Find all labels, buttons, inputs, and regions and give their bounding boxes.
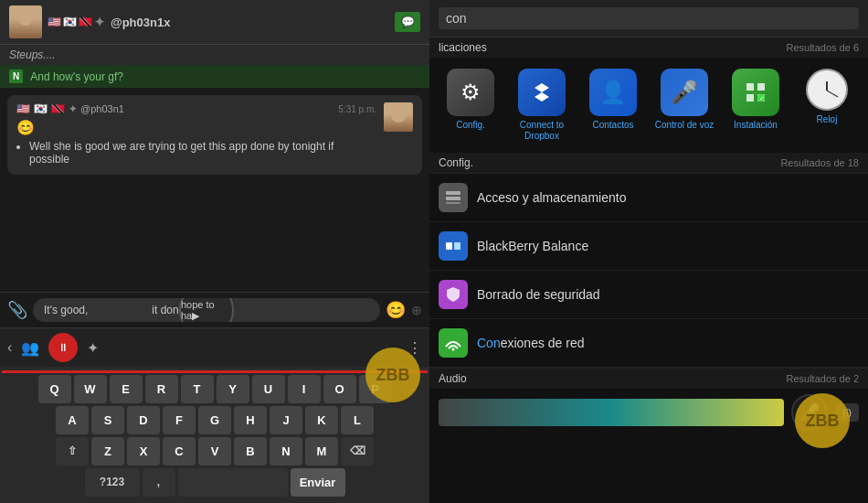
notif-text: And how's your gf? [30,70,123,83]
key-a[interactable]: A [56,406,89,434]
cursor-text: hope to ha▶ [181,299,232,322]
avatar [9,5,42,38]
input-text-before: It's good, [44,304,88,316]
key-send[interactable]: Enviar [291,468,345,497]
keyboard-row-3: ⇧ Z X C V B N M ⌫ [2,437,428,466]
app-item-voice[interactable]: 🎤 Control de voz [652,69,716,142]
back-button[interactable]: ‹ [7,339,12,356]
app-label-config: Config. [456,120,485,131]
app-item-install[interactable]: ✓ Instalación [724,69,788,142]
key-v[interactable]: V [198,437,231,466]
key-c[interactable]: C [163,437,196,466]
svg-rect-11 [454,242,460,250]
key-f[interactable]: F [163,406,196,434]
bb-logo-button[interactable]: ✦ [87,339,99,357]
search-input[interactable] [439,7,859,29]
record-button[interactable]: ⏸ [48,333,78,362]
config-label-network: Conexiones de red [477,336,585,350]
app-label-install: Instalación [734,120,778,131]
key-b[interactable]: B [234,437,267,466]
input-row: 📎 It's good, hope to ha▶ it done today 😊… [0,292,429,327]
key-space[interactable] [178,468,288,497]
config-item-security[interactable]: Borrado de seguridad [429,271,868,319]
key-l[interactable]: L [341,406,374,434]
key-backspace[interactable]: ⌫ [341,437,374,466]
flag-kr: 🇰🇷 [63,16,77,28]
key-o[interactable]: O [323,375,356,403]
contacts-button[interactable]: 👥 [21,339,39,357]
key-g[interactable]: G [198,406,231,434]
zbb-watermark-right: ZBB [795,393,850,448]
apps-section-count: Resultados de 6 [787,42,860,53]
keyboard: Q W E R T Y U I O P A S D F G [0,367,429,503]
app-item-dropbox[interactable]: Connect to Dropbox [510,69,574,142]
audio-section-header: Audio Resultados de 2 [429,368,868,389]
notif-icon: N [9,70,23,83]
app-item-config[interactable]: ⚙ Config. [439,69,503,142]
msg-name: @ph03n1 [80,103,124,114]
key-numbers[interactable]: ?123 [85,468,140,497]
flag-tt: 🇹🇹 [79,16,92,28]
status-line: Steups.... [0,45,429,65]
app-label-voice: Control de voz [655,120,714,131]
key-t[interactable]: T [181,375,214,403]
key-q[interactable]: Q [38,375,71,403]
keyboard-row-4: ?123 , Enviar [2,468,428,497]
chat-icon-button[interactable]: 💬 [395,12,420,32]
config-item-storage[interactable]: Acceso y almacenamiento [429,174,868,222]
network-highlight: Con [477,336,501,350]
key-w[interactable]: W [74,375,107,403]
app-icon-dropbox [518,69,566,116]
app-item-contacts[interactable]: 👤 Contactos [581,69,645,142]
chat-icon: 💬 [401,16,415,28]
keyboard-row-2: A S D F G H J K L [2,406,428,434]
attach-button[interactable]: 📎 [7,300,27,320]
key-n[interactable]: N [270,437,302,466]
app-label-contacts: Contactos [592,120,633,131]
msg-time: 5:31 p.m. [338,104,376,114]
key-comma[interactable]: , [143,468,175,497]
msg-flag-tt: 🇹🇹 [51,102,65,115]
key-j[interactable]: J [270,406,302,434]
zbb-watermark-left: ZBB [365,348,420,402]
key-s[interactable]: S [91,406,124,434]
key-x[interactable]: X [127,437,160,466]
svg-marker-0 [535,83,549,102]
apps-grid: ⚙ Config. Connect to Dropbox 👤 Contactos… [429,58,868,153]
svg-rect-2 [757,83,765,91]
svg-rect-1 [746,83,754,91]
config-item-network[interactable]: Conexiones de red [429,319,868,368]
app-icon-config: ⚙ [447,69,494,116]
key-z[interactable]: Z [91,437,124,466]
app-icon-install: ✓ [732,69,779,116]
msg-avatar [384,102,413,132]
key-y[interactable]: Y [217,375,249,403]
svg-rect-9 [446,202,460,204]
add-emoji-icon[interactable]: ⊕ [411,303,422,317]
app-item-clock[interactable]: Reloj [795,69,859,142]
msg-bullet-list: Well she is good we are trying to get th… [16,140,376,166]
key-d[interactable]: D [127,406,160,434]
record-icon: ⏸ [58,341,69,354]
search-header [429,0,868,37]
app-icon-clock [806,69,848,111]
key-shift[interactable]: ⇧ [56,437,89,466]
key-m[interactable]: M [305,437,338,466]
flags-row: 🇺🇸 🇰🇷 🇹🇹 ✦ [48,15,105,29]
message-input[interactable]: It's good, hope to ha▶ it done today [33,298,380,322]
config-icon-storage [439,183,468,212]
emoji-button[interactable]: 😊 [386,300,406,320]
key-i[interactable]: I [288,375,321,403]
status-text: Steups.... [9,48,56,61]
key-h[interactable]: H [234,406,267,434]
key-k[interactable]: K [305,406,338,434]
message-bubble: 🇺🇸 🇰🇷 🇹🇹 ✦ @ph03n1 5:31 p.m. 😊 [7,95,422,175]
config-label-security: Borrado de seguridad [477,287,600,302]
key-r[interactable]: R [145,375,178,403]
cursor-popup: hope to ha▶ [179,298,234,322]
config-item-balance[interactable]: BlackBerry Balance [429,222,868,271]
key-u[interactable]: U [252,375,285,403]
config-section-header: Config. Resultados de 18 [429,153,868,173]
msg-flag-us: 🇺🇸 [16,102,30,115]
key-e[interactable]: E [110,375,143,403]
